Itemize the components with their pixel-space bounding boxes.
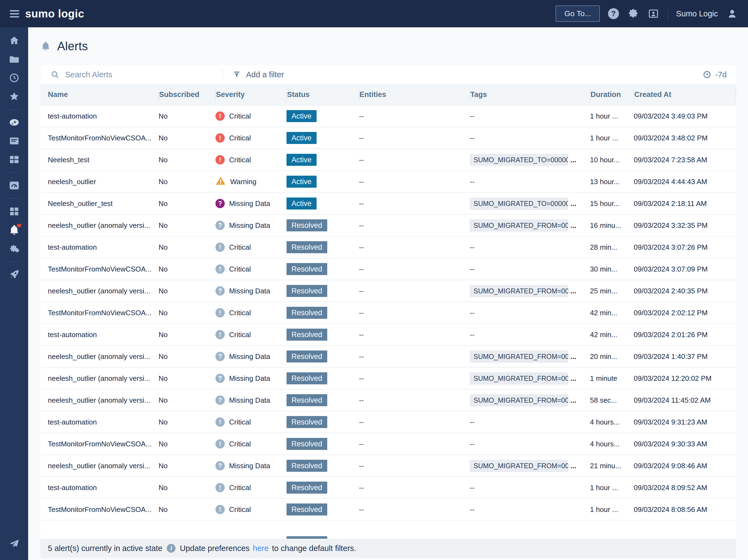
feedback-paper-plane-icon[interactable] <box>8 538 21 550</box>
table-row[interactable]: Resolved <box>41 521 736 539</box>
column-header-status[interactable]: Status <box>286 91 359 99</box>
alert-created-at: 09/03/2024 3:49:03 PM <box>634 112 736 120</box>
folder-icon[interactable] <box>8 53 21 66</box>
table-row[interactable]: Neelesh_testNo!CriticalActive--SUMO_MIGR… <box>41 149 736 171</box>
table-row[interactable]: TestMonitorFromNoViewCSOA...No!CriticalR… <box>41 302 736 324</box>
clock-icon <box>703 70 711 79</box>
alert-status: Resolved <box>286 504 359 515</box>
tag-chip[interactable]: SUMO_MIGRATED_FROM=00000 <box>470 394 568 407</box>
column-header-subscribed[interactable]: Subscribed <box>159 91 215 99</box>
alert-status: Active <box>286 154 359 166</box>
copilot-sparkle-icon[interactable] <box>8 116 21 129</box>
help-icon[interactable]: ? <box>608 8 619 19</box>
tag-chip[interactable]: SUMO_MIGRATED_TO=0000000 <box>470 197 568 210</box>
table-row[interactable]: neelesh_outlier (anomaly versi...No?Miss… <box>41 368 736 390</box>
status-badge: Resolved <box>286 219 327 232</box>
table-row[interactable]: TestMonitorFromNoViewCSOA...No!CriticalR… <box>41 259 736 280</box>
column-header-tags[interactable]: Tags <box>470 91 590 99</box>
status-badge: Active <box>286 176 317 188</box>
alert-entities: -- <box>359 352 470 361</box>
table-row[interactable]: test-automationNo!CriticalResolved----1 … <box>41 477 736 499</box>
column-header-created-at[interactable]: Created At <box>634 91 736 99</box>
alert-duration: 13 hour... <box>590 177 634 186</box>
apps-grid-icon[interactable] <box>8 205 21 218</box>
table-row[interactable]: neelesh_outlierNoWarningActive----13 hou… <box>41 171 736 193</box>
severity-label: Critical <box>229 112 251 120</box>
table-row[interactable]: TestMonitorFromNoViewCSOA...No!CriticalR… <box>41 433 736 455</box>
table-row[interactable]: TestMonitorFromNoViewCSOA...No!CriticalR… <box>41 499 736 521</box>
alert-severity: ?Missing Data <box>215 395 286 405</box>
severity-label: Critical <box>229 156 251 164</box>
missing-data-icon: ? <box>215 199 225 208</box>
tag-chip[interactable]: SUMO_MIGRATED_FROM=00000 <box>470 285 568 297</box>
alert-created-at: 09/03/2024 12:20:02 PM <box>634 374 736 383</box>
alert-duration: 42 min... <box>590 331 634 339</box>
alert-entities: -- <box>359 199 470 208</box>
table-row[interactable]: Neelesh_outlier_testNo?Missing DataActiv… <box>41 193 736 215</box>
search-input[interactable] <box>65 70 223 79</box>
alert-duration: 28 min... <box>590 243 634 251</box>
account-name[interactable]: Sumo Logic <box>676 9 718 18</box>
alert-created-at: 09/03/2024 9:08:46 AM <box>634 462 736 470</box>
table-row[interactable]: test-automationNo!CriticalResolved----28… <box>41 237 736 259</box>
gear-icon[interactable] <box>627 8 639 20</box>
recent-history-icon[interactable] <box>8 72 21 84</box>
alert-entities: -- <box>359 177 470 186</box>
table-row[interactable]: test-automationNo!CriticalActive----1 ho… <box>41 105 736 127</box>
column-header-severity[interactable]: Severity <box>215 91 286 99</box>
alert-entities: -- <box>359 265 470 273</box>
alert-subscribed: No <box>159 199 215 208</box>
administration-gears-icon[interactable] <box>8 242 21 255</box>
alert-name: TestMonitorFromNoViewCSOA... <box>41 440 159 448</box>
go-to-button[interactable]: Go To... <box>556 5 600 22</box>
alert-severity: ?Missing Data <box>215 286 286 296</box>
table-row[interactable]: neelesh_outlier (anomaly versi...No?Miss… <box>41 280 736 302</box>
alert-created-at: 09/03/2024 4:44:43 AM <box>634 177 736 186</box>
alert-severity: ?Missing Data <box>215 461 286 470</box>
home-icon[interactable] <box>8 34 21 47</box>
table-row[interactable]: TestMonitorFromNoViewCSOA...No!CriticalA… <box>41 127 736 149</box>
tag-chip[interactable]: SUMO_MIGRATED_FROM=00000 <box>470 372 568 385</box>
alert-subscribed: No <box>159 156 215 164</box>
header-actions: Go To... ? Sumo Logic <box>556 5 748 22</box>
alert-entities: -- <box>359 243 470 251</box>
alert-duration: 30 min... <box>590 265 634 273</box>
alert-severity: !Critical <box>215 264 286 274</box>
alert-duration: 25 min... <box>590 287 634 295</box>
add-filter-button[interactable]: Add a filter <box>223 70 284 79</box>
log-search-icon[interactable] <box>8 135 21 147</box>
rocket-icon[interactable] <box>8 268 21 281</box>
tag-chip[interactable]: SUMO_MIGRATED_FROM=00000 <box>470 460 568 472</box>
metrics-gauge-icon[interactable] <box>8 179 21 192</box>
column-header-duration[interactable]: Duration <box>590 91 634 99</box>
alert-entities: -- <box>359 396 470 405</box>
table-row[interactable]: neelesh_outlier (anomaly versi...No?Miss… <box>41 455 736 477</box>
table-row[interactable]: test-automationNo!CriticalResolved----4 … <box>41 411 736 433</box>
hamburger-menu-icon[interactable] <box>10 10 19 18</box>
alert-name: TestMonitorFromNoViewCSOA... <box>41 265 159 273</box>
status-badge: Resolved <box>286 328 327 341</box>
column-header-name[interactable]: Name <box>41 91 159 99</box>
sidebar-item-alerts[interactable] <box>8 224 21 236</box>
alert-subscribed: No <box>159 134 215 142</box>
time-range-control[interactable]: -7d <box>703 70 736 79</box>
table-row[interactable]: neelesh_outlier (anomaly versi...No?Miss… <box>41 215 736 237</box>
preferences-link[interactable]: here <box>253 544 269 553</box>
alert-created-at: 09/03/2024 11:45:02 AM <box>634 396 736 405</box>
table-row[interactable]: neelesh_outlier (anomaly versi...No?Miss… <box>41 390 736 411</box>
alert-tags: -- <box>470 331 590 339</box>
tag-chip[interactable]: SUMO_MIGRATED_FROM=00000 <box>470 350 568 363</box>
table-row[interactable]: neelesh_outlier (anomaly versi...No?Miss… <box>41 346 736 368</box>
contact-card-icon[interactable] <box>647 8 659 20</box>
favorites-star-icon[interactable] <box>8 90 21 103</box>
user-avatar-icon[interactable] <box>726 8 738 20</box>
alert-created-at: 09/03/2024 3:07:26 PM <box>634 243 736 251</box>
critical-icon: ! <box>215 417 225 427</box>
status-badge: Active <box>286 197 317 210</box>
table-row[interactable]: test-automationNo!CriticalResolved----42… <box>41 324 736 346</box>
tag-chip[interactable]: SUMO_MIGRATED_TO=0000000 <box>470 154 568 166</box>
dashboards-icon[interactable] <box>8 153 21 166</box>
column-header-entities[interactable]: Entities <box>359 91 470 99</box>
alert-severity: !Critical <box>215 243 286 252</box>
tag-chip[interactable]: SUMO_MIGRATED_FROM=00000 <box>470 219 568 232</box>
